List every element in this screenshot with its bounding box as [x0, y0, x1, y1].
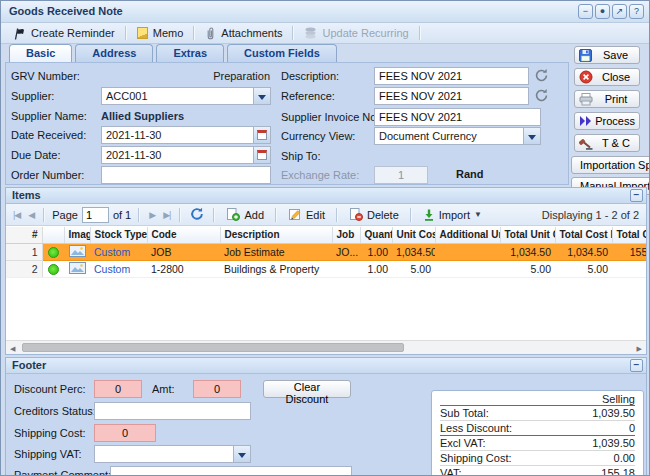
pin-button[interactable]: ●: [595, 4, 610, 19]
payment-comment-input[interactable]: [110, 466, 352, 476]
total-cost-vat-cell: 155.1: [612, 243, 646, 260]
column-header-quantity[interactable]: Quanti: [360, 227, 392, 243]
image-cell[interactable]: [64, 243, 90, 260]
stock-type-cell[interactable]: Custom: [90, 260, 147, 277]
supplier-invoice-input[interactable]: [374, 108, 541, 126]
reference-label: Reference:: [281, 90, 335, 102]
delete-item-button[interactable]: Delete: [345, 208, 403, 221]
page-label: Page: [52, 209, 78, 221]
table-row[interactable]: 1 Custom JOB Job Estimate JO... 1.00 1,0…: [6, 243, 646, 260]
update-recurring-button[interactable]: Update Recurring: [297, 24, 415, 42]
due-date-field[interactable]: 2021-11-30: [101, 146, 271, 164]
order-number-input[interactable]: [101, 166, 271, 184]
calendar-icon[interactable]: [253, 127, 270, 143]
add-item-button[interactable]: Add: [222, 208, 268, 221]
memo-button[interactable]: Memo: [130, 24, 191, 42]
terms-and-conditions-button[interactable]: T & C: [574, 134, 640, 152]
shipping-vat-combobox[interactable]: [94, 445, 251, 463]
items-grid: # Image Stock Type Code Description Job …: [6, 227, 646, 340]
chevron-down-icon[interactable]: [233, 446, 250, 462]
scroll-right-arrow[interactable]: ▶: [637, 345, 642, 353]
collapse-icon[interactable]: −: [630, 189, 643, 202]
stock-type-cell[interactable]: Custom: [90, 243, 147, 260]
supplier-combobox[interactable]: ACC001: [101, 87, 271, 105]
collapse-icon[interactable]: −: [630, 359, 643, 372]
currency-name-value: Rand: [456, 168, 484, 180]
date-received-field[interactable]: 2021-11-30: [101, 126, 271, 144]
shipping-cost-label: Shipping Cost:: [14, 427, 86, 439]
last-page-button[interactable]: ▶|: [161, 210, 172, 220]
page-number-input[interactable]: [82, 207, 109, 223]
supplier-name-value: Allied Suppliers: [101, 110, 184, 122]
memo-icon: [137, 27, 148, 39]
shipping-cost-input[interactable]: [94, 424, 156, 442]
help-button[interactable]: ?: [629, 4, 644, 19]
shipping-vat-label: Shipping VAT:: [14, 448, 81, 460]
excl-vat-row: Excl VAT: 1,039.50: [440, 436, 635, 451]
discount-perc-input[interactable]: [94, 380, 142, 398]
code-cell: JOB: [147, 243, 220, 260]
clear-discount-button[interactable]: Clear Discount: [263, 380, 351, 398]
column-header-total-unit-cost[interactable]: Total Unit Cos: [500, 227, 555, 243]
column-header-status[interactable]: [42, 227, 64, 243]
column-header-code[interactable]: Code: [147, 227, 220, 243]
totals-summary-panel: Selling Sub Total: 1,039.50 Less Discoun…: [431, 390, 644, 476]
discount-amt-input[interactable]: [193, 380, 241, 398]
importation-split-button[interactable]: Importation Spl: [571, 156, 650, 174]
column-header-job[interactable]: Job: [332, 227, 360, 243]
grv-number-label: GRV Number:: [11, 70, 80, 82]
edit-item-button[interactable]: Edit: [284, 208, 329, 221]
column-header-additional-unit[interactable]: Additional Uni: [435, 227, 500, 243]
total-cost-ex-cell: 5.00: [555, 260, 612, 277]
column-header-description[interactable]: Description: [220, 227, 332, 243]
recurring-refresh-icon[interactable]: [534, 88, 550, 104]
horizontal-scrollbar[interactable]: ◀ ▶: [6, 340, 646, 354]
attachments-button[interactable]: Attachments: [198, 24, 289, 42]
reference-input[interactable]: [374, 87, 529, 105]
chevron-down-icon[interactable]: [523, 128, 540, 144]
calendar-icon[interactable]: [253, 147, 270, 163]
create-reminder-button[interactable]: Create Reminder: [6, 24, 122, 42]
footer-body: Discount Perc: Amt: Clear Discount Credi…: [6, 374, 646, 476]
currency-view-combobox[interactable]: Document Currency: [374, 127, 541, 145]
column-header-number[interactable]: #: [6, 227, 42, 243]
vat-row: VAT: 155.18: [440, 466, 635, 476]
previous-page-button[interactable]: ◀: [26, 210, 36, 220]
tab-extras[interactable]: Extras: [156, 44, 224, 63]
job-cell: [332, 260, 360, 277]
column-header-total-cost-ex[interactable]: Total Cost Ex: [555, 227, 612, 243]
tab-address[interactable]: Address: [75, 44, 153, 63]
close-button[interactable]: Close: [574, 68, 640, 86]
refresh-button[interactable]: [188, 207, 206, 223]
process-button[interactable]: Process: [574, 112, 640, 130]
import-menu-button[interactable]: Import ▼: [419, 209, 486, 221]
scroll-left-arrow[interactable]: ◀: [10, 345, 15, 353]
minimize-button[interactable]: −: [578, 4, 593, 19]
image-cell[interactable]: [64, 260, 90, 277]
column-header-total-cost-vat[interactable]: Total Cost V: [612, 227, 646, 243]
print-button[interactable]: Print: [574, 90, 640, 108]
chevron-down-icon[interactable]: [253, 88, 270, 104]
description-input[interactable]: [374, 67, 529, 85]
delete-icon: [349, 208, 363, 221]
column-header-stock-type[interactable]: Stock Type: [90, 227, 147, 243]
column-header-image[interactable]: Image: [64, 227, 90, 243]
toolbar-separator: [419, 26, 421, 40]
quantity-cell: 1.00: [360, 243, 392, 260]
recurring-refresh-icon[interactable]: [534, 68, 550, 84]
reminder-flag-icon: [13, 27, 26, 40]
tab-custom-fields[interactable]: Custom Fields: [227, 44, 337, 63]
save-button[interactable]: Save: [574, 46, 640, 64]
first-page-button[interactable]: |◀: [11, 210, 22, 220]
scrollbar-thumb[interactable]: [22, 343, 404, 352]
creditors-status-input[interactable]: [94, 402, 251, 420]
table-row[interactable]: 2 Custom 1-2800 Buildings & Property 1.0…: [6, 260, 646, 277]
next-page-button[interactable]: ▶: [147, 210, 157, 220]
vat-value: 155.18: [601, 466, 635, 476]
column-header-unit-cost[interactable]: Unit Cost: [392, 227, 435, 243]
popout-button[interactable]: ↗: [612, 4, 627, 19]
grv-status-value: Preparation: [200, 70, 270, 82]
items-toolbar: |◀ ◀ Page of 1 ▶ ▶| Add Edit: [6, 204, 646, 226]
tab-basic[interactable]: Basic: [9, 44, 72, 63]
supplier-label: Supplier:: [11, 90, 54, 102]
